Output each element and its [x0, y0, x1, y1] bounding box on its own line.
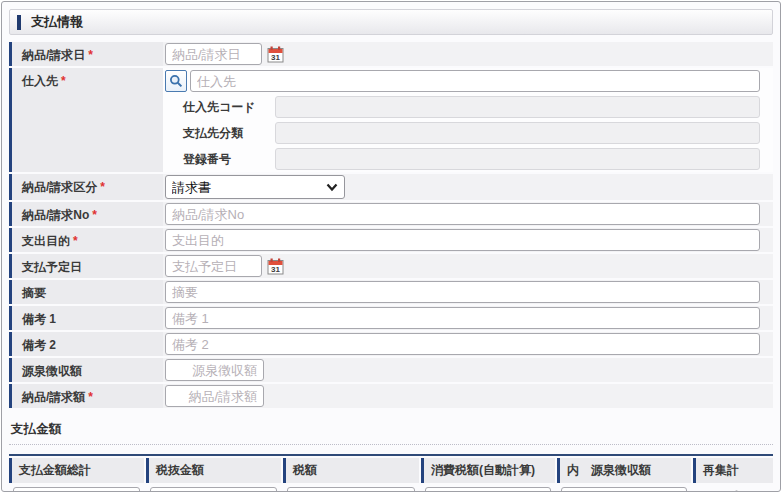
label-text: 納品/請求No: [22, 208, 89, 222]
column-header-recalculate: 再集計: [693, 458, 773, 483]
required-asterisk: *: [88, 390, 93, 404]
column-header-tax: 税額: [283, 458, 419, 483]
field-value-payment-due: 31: [163, 254, 773, 278]
field-value-delivery-date: 31: [163, 42, 773, 66]
note2-input[interactable]: [165, 333, 760, 355]
form-row-category: 納品/請求区分* 請求書: [9, 174, 773, 200]
form-row-invoice-amount: 納品/請求額*: [9, 384, 773, 408]
label-text: 摘要: [22, 286, 46, 300]
dotted-divider: [9, 444, 773, 445]
invoice-amount-input[interactable]: [165, 385, 264, 407]
amount-cell-tax: [283, 487, 419, 492]
field-value-note2: [163, 332, 773, 356]
form-row-note2: 備考 2: [9, 332, 773, 356]
registration-number-label: 登録番号: [165, 151, 275, 168]
column-header-consumption-tax: 消費税額(自動計算): [421, 458, 555, 483]
supplier-main-row: [165, 69, 760, 93]
amount-withholding-input: [561, 487, 687, 492]
field-label-category: 納品/請求区分*: [9, 174, 163, 200]
field-label-delivery-date: 納品/請求日*: [9, 42, 163, 66]
registration-number-input: [275, 148, 760, 170]
amount-table: 支払金額総計 税抜金額 税額 消費税額(自動計算) 内 源泉徴収額 再集計: [9, 454, 773, 492]
supplier-code-input: [275, 96, 760, 118]
field-label-note2: 備考 2: [9, 332, 163, 356]
calendar-icon: 31: [267, 46, 284, 63]
summary-input[interactable]: [165, 281, 760, 303]
payment-info-panel: 支払情報 納品/請求日* 31: [1, 1, 781, 492]
svg-text:31: 31: [271, 265, 280, 274]
supplier-code-label: 仕入先コード: [165, 99, 275, 116]
header-accent-bar: [17, 15, 21, 30]
label-text: 仕入先: [22, 74, 58, 88]
column-header-withholding: 内 源泉徴収額: [557, 458, 691, 483]
amount-section-title: 支払金額: [11, 421, 771, 438]
form-row-delivery-date: 納品/請求日* 31: [9, 42, 773, 66]
amount-cell-excl-tax: [146, 487, 281, 492]
payment-due-calendar-button[interactable]: 31: [267, 258, 284, 275]
form-row-purpose: 支出目的*: [9, 228, 773, 252]
field-label-supplier: 仕入先*: [9, 68, 163, 172]
field-label-summary: 摘要: [9, 280, 163, 304]
supplier-search-button[interactable]: [165, 70, 187, 92]
amount-consumption-tax-input: [425, 487, 551, 492]
amount-tax-input: [287, 487, 415, 492]
amount-cell-recalculate: [693, 490, 773, 492]
field-value-invoice-no: [163, 202, 773, 226]
label-text: 納品/請求日: [22, 48, 85, 62]
amount-excl-tax-input: [150, 487, 277, 492]
label-text: 支出目的: [22, 234, 70, 248]
delivery-date-calendar-button[interactable]: 31: [267, 46, 284, 63]
payment-due-input[interactable]: [165, 255, 262, 277]
svg-text:31: 31: [271, 53, 280, 62]
amount-cell-total: [9, 487, 144, 492]
label-text: 納品/請求額: [22, 390, 85, 404]
note1-input[interactable]: [165, 307, 760, 329]
field-value-summary: [163, 280, 773, 304]
amount-cell-consumption-tax: [421, 487, 555, 492]
field-value-invoice-amount: [163, 384, 773, 408]
page-title: 支払情報: [31, 13, 83, 31]
field-value-withholding: [163, 358, 773, 382]
recalculate-button[interactable]: [725, 490, 741, 492]
field-label-payment-due: 支払予定日: [9, 254, 163, 278]
field-label-note1: 備考 1: [9, 306, 163, 330]
invoice-no-input[interactable]: [165, 203, 760, 225]
required-asterisk: *: [61, 74, 66, 88]
required-asterisk: *: [92, 208, 97, 222]
field-value-purpose: [163, 228, 773, 252]
field-label-withholding: 源泉徴収額: [9, 358, 163, 382]
label-text: 源泉徴収額: [22, 364, 82, 378]
supplier-input[interactable]: [190, 70, 760, 92]
amount-table-header: 支払金額総計 税抜金額 税額 消費税額(自動計算) 内 源泉徴収額 再集計: [9, 458, 773, 483]
amount-total-input: [13, 487, 140, 492]
form-row-withholding: 源泉徴収額: [9, 358, 773, 382]
calendar-icon: 31: [267, 258, 284, 275]
field-value-supplier: 仕入先コード 支払先分類 登録番号: [163, 68, 773, 172]
required-asterisk: *: [73, 234, 78, 248]
label-text: 備考 1: [22, 312, 56, 326]
form-row-supplier: 仕入先* 仕入先コード 支払先分類: [9, 68, 773, 172]
field-label-purpose: 支出目的*: [9, 228, 163, 252]
refresh-icon: [725, 490, 741, 492]
label-text: 備考 2: [22, 338, 56, 352]
payee-category-row: 支払先分類: [165, 121, 760, 145]
section-header: 支払情報: [9, 9, 773, 35]
delivery-date-input[interactable]: [165, 43, 262, 65]
withholding-input[interactable]: [165, 359, 264, 381]
supplier-code-row: 仕入先コード: [165, 95, 760, 119]
payee-category-input: [275, 122, 760, 144]
purpose-input[interactable]: [165, 229, 760, 251]
column-header-total: 支払金額総計: [9, 458, 144, 483]
column-header-excl-tax: 税抜金額: [146, 458, 281, 483]
category-select[interactable]: 請求書: [165, 175, 345, 199]
amount-cell-withholding: [557, 487, 691, 492]
form-row-summary: 摘要: [9, 280, 773, 304]
search-icon: [169, 74, 183, 88]
required-asterisk: *: [100, 180, 105, 194]
payee-category-label: 支払先分類: [165, 125, 275, 142]
field-label-invoice-no: 納品/請求No*: [9, 202, 163, 226]
registration-number-row: 登録番号: [165, 147, 760, 171]
field-label-invoice-amount: 納品/請求額*: [9, 384, 163, 408]
label-text: 支払予定日: [22, 260, 82, 274]
field-value-note1: [163, 306, 773, 330]
